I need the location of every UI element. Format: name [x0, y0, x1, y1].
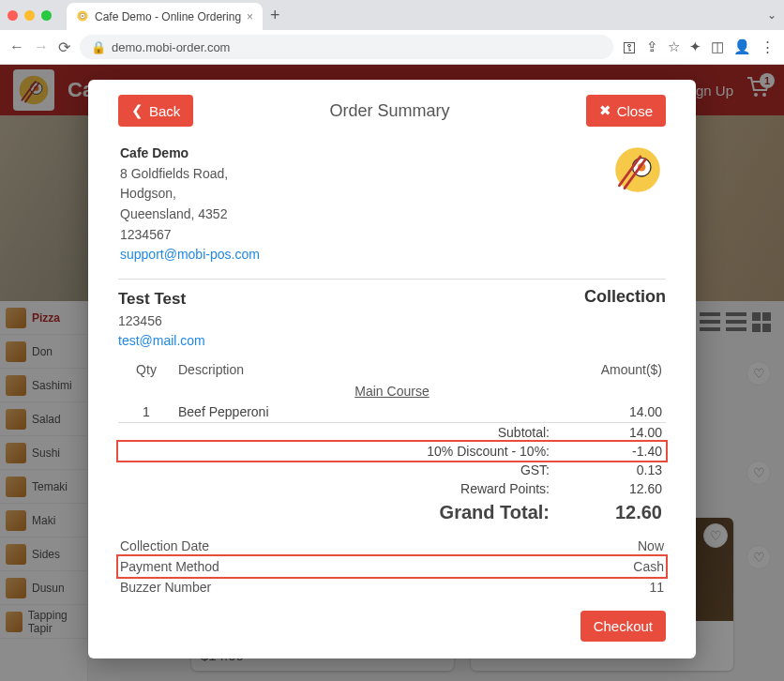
close-icon: ✖ [599, 102, 611, 119]
nav-back-icon[interactable]: ← [9, 38, 24, 55]
line-amt: 14.00 [553, 401, 666, 423]
customer-id: 123456 [118, 311, 205, 331]
url-text: demo.mobi-order.com [112, 40, 230, 54]
tab-title: Cafe Demo - Online Ordering [95, 10, 241, 23]
total-value: 0.13 [553, 461, 666, 479]
order-line: 1Beef Pepperoni14.00 [118, 401, 666, 423]
meta-value: Cash [633, 559, 664, 574]
store-block: Cafe Demo 8 Goldfields Road, Hodgson, Qu… [118, 144, 666, 265]
back-button[interactable]: ❮ Back [118, 95, 193, 127]
store-email-link[interactable]: support@mobi-pos.com [120, 247, 260, 262]
tabs-menu-icon[interactable]: ⌄ [767, 8, 776, 22]
share-icon[interactable]: ⇪ [646, 38, 658, 55]
close-label: Close [617, 103, 653, 119]
total-label: Subtotal: [118, 423, 553, 442]
reload-icon[interactable]: ⟳ [58, 38, 70, 56]
nav-forward-icon: → [34, 38, 49, 55]
address-bar[interactable]: 🔒 demo.mobi-order.com [80, 35, 613, 59]
profile-icon[interactable]: 👤 [733, 38, 751, 55]
meta-row: Payment MethodCash [118, 556, 666, 577]
col-desc: Description [174, 356, 553, 381]
fulfilment-type: Collection [584, 287, 666, 307]
meta-label: Collection Date [120, 538, 209, 553]
store-addr-line: 8 Goldfields Road, [120, 164, 260, 185]
total-value: 14.00 [553, 423, 666, 442]
lock-icon: 🔒 [91, 40, 106, 54]
meta-row: Collection DateNow [118, 536, 666, 556]
browser-chrome: Cafe Demo - Online Ordering × + ⌄ ← → ⟳ … [0, 0, 784, 65]
close-tab-icon[interactable]: × [247, 10, 253, 23]
browser-tab[interactable]: Cafe Demo - Online Ordering × [67, 3, 263, 31]
customer-block: Test Test 123456 test@mail.com Collectio… [118, 287, 666, 351]
total-label: 10% Discount - 10%: [118, 442, 553, 461]
modal-title: Order Summary [329, 101, 449, 121]
svg-point-2 [82, 14, 83, 16]
total-line: 10% Discount - 10%:-1.40 [118, 442, 666, 461]
store-name: Cafe Demo [120, 144, 260, 164]
total-line: Reward Points:12.60 [118, 479, 666, 498]
grand-total: Grand Total:12.60 [118, 498, 666, 526]
sidepanel-icon[interactable]: ◫ [711, 38, 724, 55]
line-qty: 1 [118, 401, 174, 423]
meta-value: Now [638, 538, 664, 553]
customer-name: Test Test [118, 287, 205, 311]
checkout-button[interactable]: Checkout [580, 611, 666, 642]
meta-label: Buzzer Number [120, 580, 211, 595]
new-tab-button[interactable]: + [270, 6, 280, 25]
extensions-icon[interactable]: ✦ [689, 38, 701, 55]
col-qty: Qty [118, 356, 174, 381]
grand-label: Grand Total: [118, 498, 553, 526]
store-addr-line: Hodgson, [120, 184, 260, 204]
order-summary-modal: ❮ Back Order Summary ✖ Close Cafe Demo 8… [88, 80, 696, 658]
menu-section: Main Course [118, 381, 666, 401]
total-label: Reward Points: [118, 479, 553, 498]
order-table: Qty Description Amount($) Main Course1Be… [118, 356, 666, 526]
divider [118, 279, 666, 280]
fullscreen-window-icon[interactable] [41, 10, 52, 21]
bookmark-star-icon[interactable]: ☆ [668, 38, 680, 55]
store-addr-line: Queensland, 4352 [120, 204, 260, 225]
order-meta: Collection DateNowPayment MethodCashBuzz… [118, 536, 666, 598]
store-logo [611, 144, 664, 196]
window-controls [8, 10, 52, 21]
minimize-window-icon[interactable] [24, 10, 35, 21]
meta-label: Payment Method [120, 559, 219, 574]
checkout-label: Checkout [594, 618, 653, 634]
toolbar: ← → ⟳ 🔒 demo.mobi-order.com ⚿ ⇪ ☆ ✦ ◫ 👤 … [0, 30, 784, 64]
total-line: Subtotal:14.00 [118, 423, 666, 442]
kebab-menu-icon[interactable]: ⋮ [761, 38, 775, 55]
chevron-left-icon: ❮ [131, 102, 143, 119]
close-button[interactable]: ✖ Close [586, 95, 666, 127]
meta-row: Buzzer Number11 [118, 577, 666, 598]
col-amt: Amount($) [553, 356, 666, 381]
tab-bar: Cafe Demo - Online Ordering × + ⌄ [0, 0, 784, 30]
back-label: Back [149, 103, 180, 119]
grand-value: 12.60 [553, 498, 666, 526]
total-label: GST: [118, 461, 553, 479]
total-value: 12.60 [553, 479, 666, 498]
total-value: -1.40 [553, 442, 666, 461]
tab-favicon-icon [76, 9, 89, 25]
meta-value: 11 [649, 580, 664, 595]
close-window-icon[interactable] [8, 10, 18, 21]
store-phone: 1234567 [120, 225, 260, 246]
customer-email-link[interactable]: test@mail.com [118, 333, 205, 348]
app-viewport: Cafe Sign Up 1 PizzaDonSashimiSaladSushi… [0, 65, 784, 681]
line-desc: Beef Pepperoni [174, 401, 553, 423]
total-line: GST:0.13 [118, 461, 666, 479]
password-key-icon[interactable]: ⚿ [623, 39, 637, 55]
